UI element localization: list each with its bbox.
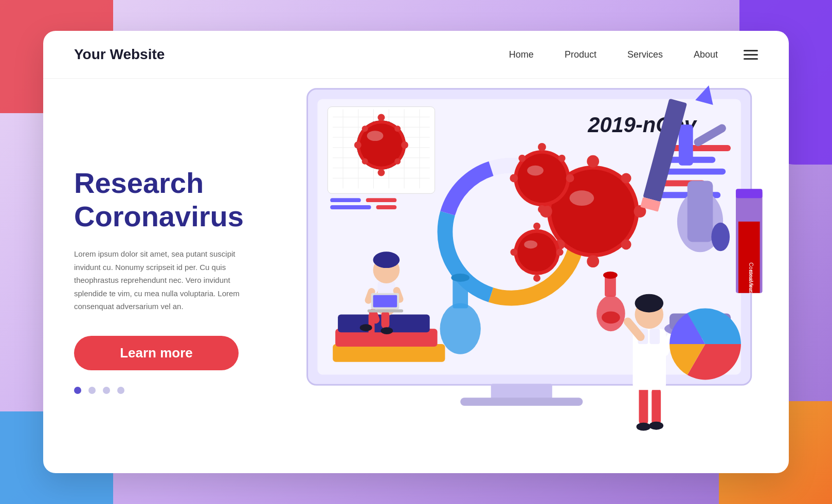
svg-point-27 (394, 158, 401, 165)
left-panel: Research Coronavirus Lorem ipsum dolor s… (43, 79, 290, 472)
nav-item-about[interactable]: About (694, 49, 718, 60)
svg-point-63 (556, 248, 564, 256)
svg-point-23 (401, 141, 408, 149)
svg-point-103 (373, 251, 400, 268)
svg-text:Blood Test: Blood Test (748, 270, 753, 292)
svg-point-121 (602, 311, 620, 323)
main-content: Research Coronavirus Lorem ipsum dolor s… (43, 79, 789, 472)
svg-point-58 (527, 166, 544, 176)
svg-point-109 (637, 423, 651, 431)
nav-links: Home Product Services About (509, 49, 718, 60)
svg-point-88 (451, 274, 469, 282)
svg-rect-1 (491, 384, 552, 399)
hamburger-menu[interactable] (744, 50, 758, 60)
right-panel: 2019-nCov (290, 79, 789, 472)
hero-headline: Research Coronavirus (74, 167, 259, 233)
nav-item-product[interactable]: Product (565, 49, 596, 60)
navbar: Your Website Home Product Services About (43, 31, 789, 79)
svg-point-49 (570, 190, 594, 206)
headline-line2: Coronavirus (74, 200, 244, 232)
svg-point-47 (621, 240, 631, 250)
site-logo: Your Website (74, 46, 165, 63)
dot-2[interactable] (88, 387, 96, 394)
svg-point-64 (510, 248, 517, 256)
svg-point-22 (377, 169, 385, 176)
svg-rect-2 (460, 398, 583, 406)
svg-rect-87 (453, 278, 468, 309)
svg-rect-106 (368, 309, 403, 312)
hero-description: Lorem ipsum dolor sit amet, sea putant s… (74, 247, 259, 313)
svg-point-57 (518, 155, 526, 162)
svg-point-26 (362, 125, 368, 132)
svg-rect-113 (649, 329, 660, 344)
svg-point-56 (558, 155, 566, 162)
svg-point-120 (603, 272, 618, 279)
svg-point-28 (362, 158, 368, 165)
svg-rect-33 (376, 205, 396, 209)
nav-link-services[interactable]: Services (627, 49, 663, 60)
svg-point-62 (533, 275, 540, 282)
svg-point-29 (367, 131, 384, 141)
svg-point-86 (440, 303, 481, 354)
svg-point-21 (377, 114, 385, 121)
svg-rect-31 (366, 198, 397, 202)
svg-point-51 (517, 154, 566, 203)
carousel-dots (74, 387, 259, 394)
svg-point-97 (360, 324, 372, 331)
svg-point-53 (538, 205, 546, 213)
svg-point-25 (394, 125, 401, 132)
svg-point-24 (354, 141, 361, 149)
dot-1[interactable] (74, 387, 81, 394)
hamburger-line-2 (744, 54, 758, 56)
hamburger-line-1 (744, 50, 758, 51)
main-card: Your Website Home Product Services About (43, 31, 789, 473)
svg-point-45 (621, 173, 631, 184)
svg-rect-89 (333, 344, 445, 362)
nav-item-services[interactable]: Services (627, 49, 663, 60)
svg-point-117 (635, 294, 664, 313)
svg-rect-108 (652, 387, 661, 425)
svg-point-60 (517, 233, 556, 272)
svg-point-61 (533, 223, 540, 230)
dot-4[interactable] (117, 387, 124, 394)
svg-point-65 (524, 241, 537, 249)
nav-link-home[interactable]: Home (509, 49, 534, 60)
svg-rect-30 (330, 198, 361, 202)
learn-more-button[interactable]: Learn more (74, 336, 239, 370)
svg-point-52 (538, 143, 546, 151)
svg-rect-107 (639, 385, 648, 425)
svg-point-41 (587, 155, 599, 168)
hamburger-line-3 (744, 58, 758, 60)
nav-link-about[interactable]: About (694, 49, 718, 60)
headline-line1: Research (74, 167, 204, 199)
svg-rect-96 (381, 311, 389, 329)
svg-rect-32 (330, 205, 371, 209)
svg-point-55 (510, 174, 518, 183)
svg-rect-72 (688, 181, 713, 242)
svg-point-98 (381, 327, 393, 334)
svg-point-75 (711, 223, 730, 251)
svg-point-54 (566, 174, 574, 183)
hero-illustration: 2019-nCov (290, 79, 789, 472)
nav-item-home[interactable]: Home (509, 49, 534, 60)
svg-rect-83 (736, 189, 763, 198)
svg-point-42 (587, 255, 599, 267)
svg-rect-74 (679, 124, 693, 165)
svg-rect-105 (373, 295, 397, 308)
svg-point-110 (649, 422, 663, 430)
dot-3[interactable] (103, 387, 110, 394)
nav-link-product[interactable]: Product (565, 49, 596, 60)
